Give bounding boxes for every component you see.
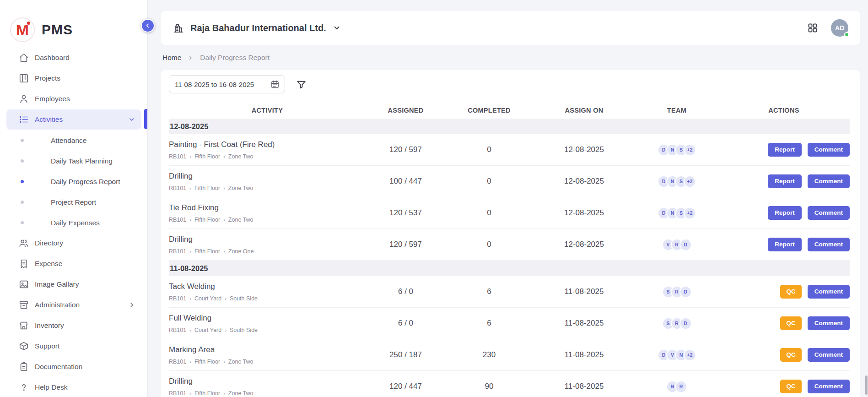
- chevron-down-icon: [128, 116, 135, 123]
- chevron-right-icon: ›: [223, 359, 225, 364]
- team-avatars: SRD: [636, 317, 718, 330]
- comment-button[interactable]: Comment: [808, 285, 850, 299]
- sidebar-item-employees[interactable]: Employees: [6, 89, 141, 109]
- content-card: ACTIVITY ASSIGNED COMPLETED ASSIGN ON TE…: [161, 70, 860, 397]
- sidebar-item-label: Employees: [35, 95, 135, 103]
- sidebar-collapse-button[interactable]: [141, 19, 155, 33]
- sidebar-item-label: Dashboard: [35, 54, 135, 62]
- qc-button[interactable]: QC: [780, 316, 801, 331]
- comment-button[interactable]: Comment: [808, 380, 850, 394]
- sidebar-item-help-desk[interactable]: Help Desk: [6, 377, 141, 397]
- comment-button[interactable]: Comment: [808, 206, 850, 220]
- row-actions: QCComment: [718, 316, 850, 331]
- report-button[interactable]: Report: [768, 238, 802, 252]
- sidebar-subitem-daily-task-planning[interactable]: Daily Task Planning: [0, 151, 147, 171]
- chevron-right-icon: ›: [223, 249, 225, 254]
- date-range-input[interactable]: [169, 75, 285, 93]
- app-root: M PMS Dashboard Projects: [0, 0, 868, 397]
- path-segment: RB101: [169, 153, 186, 160]
- table-row: Full Welding RB101›Court Yard›South Side…: [169, 308, 850, 339]
- row-actions: QCComment: [718, 380, 850, 394]
- report-button[interactable]: Report: [768, 174, 802, 189]
- sidebar-item-support[interactable]: Support: [6, 336, 141, 356]
- user-avatar[interactable]: AD: [831, 19, 848, 37]
- team-extra-count: +2: [684, 175, 696, 188]
- chevron-down-icon: [333, 24, 341, 32]
- date-group-row: 11-08-2025: [169, 261, 850, 276]
- main-content: Raja Bahadur International Ltd. AD Home: [148, 0, 868, 397]
- completed-value: 6: [446, 319, 533, 328]
- activity-path: RB101›Fifth Floor›Zone Two: [169, 359, 366, 365]
- logo-dot: [27, 22, 30, 25]
- breadcrumb-home-link[interactable]: Home: [162, 54, 181, 62]
- report-button[interactable]: Report: [768, 143, 802, 157]
- activity-name: Marking Area: [169, 345, 366, 354]
- qc-button[interactable]: QC: [780, 348, 801, 362]
- sidebar-nav: Dashboard Projects Employees Activities: [0, 48, 147, 397]
- comment-button[interactable]: Comment: [808, 348, 850, 362]
- filter-funnel-icon[interactable]: [296, 79, 307, 90]
- group-date: 12-08-2025: [170, 122, 208, 131]
- column-header-assign-on: ASSIGN ON: [533, 107, 636, 114]
- package-icon: [19, 341, 29, 351]
- sidebar-subitem-daily-progress-report[interactable]: Daily Progress Report: [0, 171, 147, 192]
- sidebar-item-activities[interactable]: Activities: [6, 109, 141, 130]
- path-segment: South Side: [230, 327, 258, 333]
- report-button[interactable]: Report: [768, 206, 802, 220]
- completed-value: 0: [446, 177, 533, 186]
- sidebar-item-dashboard[interactable]: Dashboard: [6, 48, 141, 68]
- logo-letter: M: [16, 22, 29, 38]
- sidebar-item-expense[interactable]: Expense: [6, 254, 141, 274]
- assign-on-value: 11-08-2025: [533, 350, 636, 359]
- sidebar-subitem-label: Daily Expenses: [51, 219, 100, 227]
- completed-value: 0: [446, 240, 533, 249]
- assigned-value: 120 / 597: [366, 145, 446, 154]
- comment-button[interactable]: Comment: [808, 143, 850, 157]
- path-segment: Zone Two: [228, 185, 253, 191]
- assign-on-value: 12-08-2025: [533, 145, 636, 154]
- date-group-row: 12-08-2025: [169, 119, 850, 134]
- completed-value: 0: [446, 145, 533, 154]
- sidebar-item-directory[interactable]: Directory: [6, 233, 141, 253]
- comment-button[interactable]: Comment: [808, 238, 850, 252]
- sidebar-item-projects[interactable]: Projects: [6, 68, 141, 88]
- topbar-right: AD: [807, 19, 848, 37]
- list-icon: [19, 114, 29, 125]
- sidebar-subitem-project-report[interactable]: Project Report: [0, 192, 147, 212]
- date-range-value[interactable]: [175, 81, 267, 88]
- chevron-right-icon: ›: [223, 217, 225, 223]
- assigned-value: 6 / 0: [366, 287, 446, 296]
- scrollbar-thumb[interactable]: [865, 375, 868, 395]
- sidebar-item-label: Projects: [35, 74, 135, 82]
- sidebar-item-label: Expense: [35, 260, 135, 268]
- sidebar-item-image-gallary[interactable]: Image Gallary: [6, 274, 141, 294]
- chevron-right-icon: ›: [189, 327, 191, 333]
- column-header-activity: ACTIVITY: [169, 107, 366, 114]
- company-selector[interactable]: Raja Bahadur International Ltd.: [173, 22, 341, 33]
- qc-button[interactable]: QC: [780, 285, 801, 299]
- sidebar-subitem-daily-expenses[interactable]: Daily Expenses: [0, 212, 147, 233]
- sidebar-item-documentation[interactable]: Documentation: [6, 357, 141, 377]
- chevron-right-icon: ›: [189, 391, 191, 396]
- sidebar-item-label: Activities: [35, 115, 128, 124]
- sidebar-item-administration[interactable]: Administration: [6, 295, 141, 315]
- sidebar-item-inventory[interactable]: Inventory: [6, 315, 141, 336]
- activity-name: Tack Welding: [169, 282, 366, 291]
- activity-path: RB101›Fifth Floor›Zone Two: [169, 390, 366, 397]
- assigned-value: 120 / 537: [366, 208, 446, 218]
- apps-grid-icon[interactable]: [807, 22, 818, 33]
- bullet-dot-icon: [21, 201, 24, 204]
- comment-button[interactable]: Comment: [808, 316, 850, 331]
- sidebar-subitem-attendance[interactable]: Attendance: [0, 130, 147, 151]
- chevron-right-icon: ›: [223, 185, 225, 191]
- comment-button[interactable]: Comment: [808, 174, 850, 189]
- bullet-dot-icon: [21, 159, 24, 163]
- row-actions: ReportComment: [718, 174, 850, 189]
- qc-button[interactable]: QC: [780, 380, 801, 394]
- team-member-avatar: D: [679, 317, 692, 330]
- path-segment: RB101: [169, 295, 186, 302]
- path-segment: Zone Two: [228, 390, 253, 397]
- row-actions: QCComment: [718, 285, 850, 299]
- path-segment: RB101: [169, 390, 186, 397]
- column-header-team: TEAM: [636, 107, 718, 114]
